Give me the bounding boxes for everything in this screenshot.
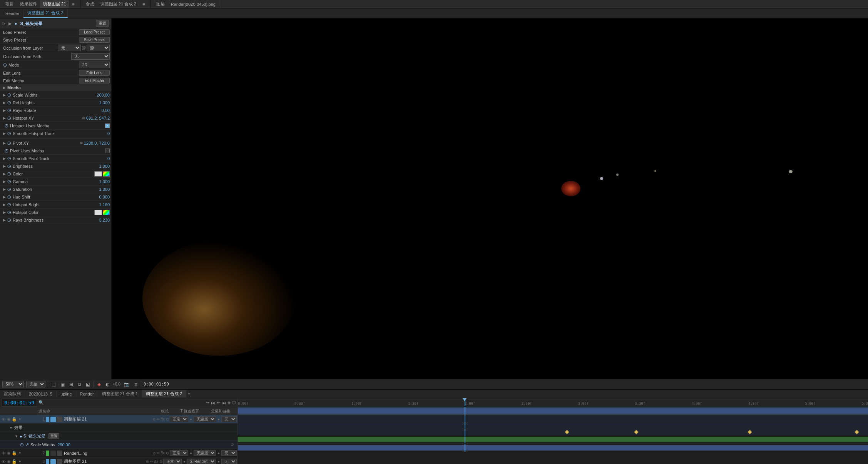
gamma-expand[interactable]: ▶ — [3, 180, 6, 184]
rays-brightness-value[interactable]: 3.230 — [99, 218, 110, 222]
hotspot-bright-expand[interactable]: ▶ — [3, 203, 6, 207]
tl-tab-render[interactable]: Render — [76, 391, 98, 397]
lock-icon-2[interactable]: 🔒 — [12, 451, 17, 456]
layer-parent-3[interactable]: 无 — [221, 459, 237, 464]
tl-tool-4[interactable]: ⏮ — [222, 401, 226, 405]
tl-tool-3[interactable]: ⇤ — [217, 400, 220, 405]
timeline-ruler[interactable]: 0:00f 0:30f 1:00f 1:30f 2:00f 2:30f 3:00… — [238, 398, 868, 407]
keyframe-3[interactable] — [748, 430, 752, 434]
lock-icon-1[interactable]: 🔒 — [12, 417, 17, 422]
rel-heights-value[interactable]: 1.000 — [99, 100, 110, 105]
quality-dropdown[interactable]: 完整 一半 — [26, 381, 45, 387]
scale-widths-value[interactable]: 260.00 — [97, 93, 110, 97]
search-button[interactable]: 🔍 — [38, 400, 44, 405]
fit-frame-button[interactable]: ⬚ — [50, 381, 57, 387]
brightness-value[interactable]: 1.000 — [99, 164, 110, 169]
smooth-pivot-expand[interactable]: ▶ — [3, 157, 6, 160]
tl-tool-6[interactable]: ⬡ — [232, 400, 236, 405]
rays-rotate-value[interactable]: 0.00 — [102, 108, 110, 113]
color-adjust-button[interactable]: ◈ — [96, 381, 102, 387]
occlusion-path-dropdown[interactable]: 无 — [71, 53, 110, 60]
visibility-icon-1[interactable]: 👁 — [1, 417, 6, 422]
hue-shift-value[interactable]: 0.000 — [99, 195, 110, 199]
keyframe-1[interactable] — [565, 430, 569, 434]
layer-name-3[interactable]: 调整图层 21 — [64, 459, 110, 464]
hue-shift-expand[interactable]: ▶ — [3, 195, 6, 199]
tab-effects[interactable]: 效果控件 — [17, 0, 40, 8]
keyframe-2[interactable] — [634, 430, 639, 434]
smooth-pivot-value[interactable]: 0 — [107, 156, 110, 161]
layer-matte-3[interactable]: 2. Render: — [187, 459, 216, 464]
tab-adjust21-comp2[interactable]: 调整图层 21 合成 2 — [97, 0, 140, 8]
timeline-layer-2[interactable]: 👁 ◉ 🔒 ✦ 2 RenderI...ng ⊘ ✏ /fx ⊙ 正常 ● — [0, 449, 237, 457]
scale-widths-tl-value[interactable]: 260.00 — [57, 442, 70, 447]
smooth-hotspot-value[interactable]: 0 — [107, 131, 110, 136]
gamma-value[interactable]: 1.000 — [99, 179, 110, 184]
occlusion-layer-dropdown[interactable]: 无 — [58, 45, 81, 51]
layer-parent-2[interactable]: 无 — [221, 450, 237, 456]
tab-compose[interactable]: 合成 — [83, 0, 97, 8]
tl-tab-upline[interactable]: upline — [57, 391, 76, 397]
layer-parent-1[interactable]: 无 — [221, 416, 237, 422]
current-time-display[interactable]: 0:00:01:59 — [2, 399, 37, 407]
saturation-expand[interactable]: ▶ — [3, 187, 6, 191]
timeline-layer-3[interactable]: 👁 ◉ 🔒 ✦ 3 调整图层 21 ⊘ ✏ /fx ⊙ 正常 ● — [0, 457, 237, 464]
pivot-xy-value[interactable]: 1280.0, 720.0 — [84, 141, 110, 145]
tl-tab-comp2[interactable]: 调整图层 21 合成 2 — [142, 390, 186, 397]
region-button[interactable]: ▣ — [59, 381, 66, 387]
rays-brightness-expand[interactable]: ▶ — [3, 218, 6, 222]
occlusion-layer-source-dropdown[interactable]: 源 — [87, 45, 110, 51]
tab-menu2[interactable]: ≡ — [139, 1, 148, 7]
hotspot-color-expand[interactable]: ▶ — [3, 210, 6, 214]
color-swatch[interactable] — [94, 171, 102, 177]
solo-icon-2[interactable]: ◉ — [6, 451, 12, 456]
mode-dropdown[interactable]: 2D 3D — [79, 62, 110, 68]
layer-name-2[interactable]: RenderI...ng — [64, 451, 110, 456]
save-preset-button[interactable]: Save Preset — [79, 37, 110, 43]
solo-icon-1[interactable]: ◉ — [6, 417, 12, 422]
color-expand[interactable]: ▶ — [3, 172, 6, 176]
timeline-layer-1[interactable]: 👁 ◉ 🔒 ✦ 1 调整图层 21 ⊘ ✏ /fx ⊙ 正常 ● — [0, 415, 237, 424]
edit-lens-button[interactable]: Edit Lens — [79, 70, 110, 76]
saturation-value[interactable]: 1.000 — [99, 187, 110, 192]
pivot-mocha-checkbox[interactable] — [105, 149, 110, 153]
lock-icon-3[interactable]: 🔒 — [12, 459, 17, 464]
tl-tool-5[interactable]: ◈ — [227, 400, 231, 405]
exposure-button[interactable]: ◐ — [104, 381, 110, 387]
rays-rotate-expand[interactable]: ▶ — [3, 108, 6, 112]
hotspot-mocha-checkbox[interactable]: ✓ — [105, 124, 110, 128]
hotspot-bright-value[interactable]: 1.160 — [99, 202, 110, 207]
hotspot-xy-value[interactable]: 691.2, 547.2 — [86, 116, 110, 120]
mocha-group-header[interactable]: ▶ Mocha — [0, 85, 111, 91]
rel-heights-expand[interactable]: ▶ — [3, 101, 6, 105]
hotspot-xy-expand[interactable]: ▶ — [3, 116, 6, 120]
snapshot-button[interactable]: 📷 — [123, 381, 131, 387]
snapshot-compare-button[interactable]: ⧖ — [133, 381, 139, 387]
solo-icon-3[interactable]: ◉ — [6, 459, 12, 464]
tab-adjust21[interactable]: 调整图层 21 — [40, 0, 69, 8]
s-lens-reset-button[interactable]: 重置 — [49, 433, 59, 439]
tl-tool-2[interactable]: ⏭ — [211, 401, 215, 405]
edit-mocha-button[interactable]: Edit Mocha — [79, 78, 110, 83]
color-picker-button[interactable] — [103, 171, 110, 177]
layer-matte-2[interactable]: 无蒙版 — [194, 450, 216, 456]
reset-button[interactable]: 重置 — [96, 20, 109, 27]
tl-tool-1[interactable]: ⇥ — [206, 400, 209, 405]
tab-render-png[interactable]: Render[0020-0450].png — [168, 1, 219, 7]
layer-mode-1[interactable]: 正常 — [170, 416, 188, 422]
zoom-dropdown[interactable]: 50% 100% 25% — [2, 381, 24, 387]
layer-mode-2[interactable]: 正常 — [170, 450, 188, 456]
tl-tab-menu-icon[interactable]: ≡ — [188, 392, 190, 396]
layer-mode-3[interactable]: 正常 — [163, 459, 182, 464]
tl-tab-render-queue[interactable]: 渲染队列 — [0, 390, 25, 397]
tab-layer[interactable]: 图层 — [153, 0, 168, 8]
tl-tab-20230113[interactable]: 20230113_5 — [25, 391, 57, 397]
grid-button[interactable]: ⊞ — [68, 381, 74, 387]
visibility-icon-2[interactable]: 👁 — [1, 451, 6, 456]
sec-tab-comp2[interactable]: 调整图层 21 合成 2 — [23, 9, 68, 18]
s-lens-expand[interactable]: ▼ — [15, 434, 18, 438]
fx-subrow-expand[interactable]: ▼ — [9, 426, 13, 430]
layer-name-1[interactable]: 调整图层 21 — [64, 416, 110, 422]
load-preset-button[interactable]: Load Preset — [79, 29, 110, 35]
hotspot-color-swatch[interactable] — [94, 210, 102, 215]
